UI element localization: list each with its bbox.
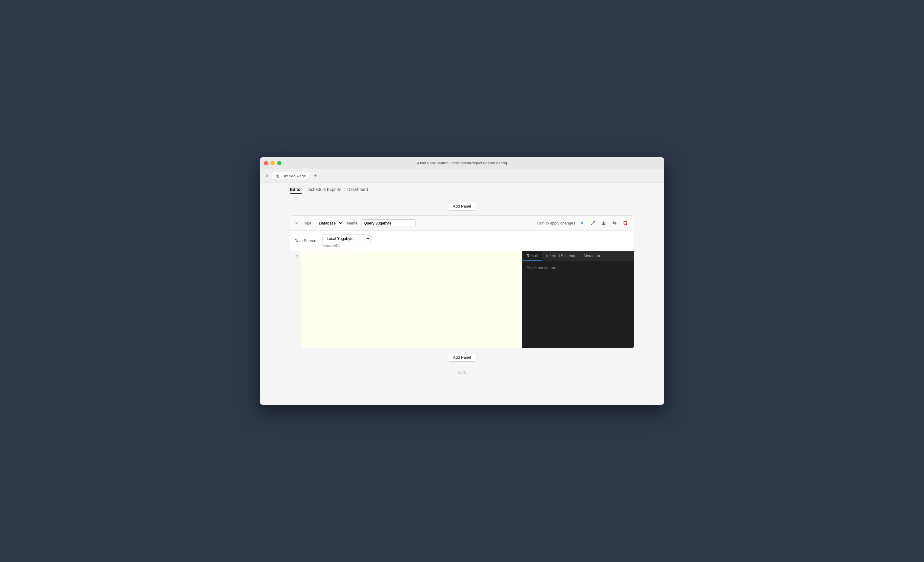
query-panel: Type Database Name ⋮ Run to apply change… [290,215,634,348]
add-tab-button[interactable]: + [311,171,320,180]
version-label: 0.7.0 [458,370,466,375]
expand-button[interactable] [588,219,597,227]
result-panel: Result Inferred Schema Metadata Panel no… [522,251,634,348]
datasource-row: Data Source Local Yugabyte YugabyteDB [290,231,634,251]
result-tab-result[interactable]: Result [522,251,542,261]
add-panel-top-button[interactable]: Add Panel [448,202,476,210]
type-label: Type [303,221,311,225]
code-input-area[interactable] [301,251,522,348]
panel-actions: Run to apply changes [537,219,630,227]
result-tab-metadata[interactable]: Metadata [579,251,604,261]
nav-dashboard[interactable]: Dashboard [347,186,368,194]
result-content: Panel not yet run. [522,261,634,348]
nav-editor[interactable]: Editor [290,186,302,194]
datasource-select[interactable]: Local Yugabyte [322,234,370,243]
datasource-select-wrap: Local Yugabyte YugabyteDB [322,234,370,247]
editor-content: Add Panel Type Database Name [260,197,664,405]
minimize-button[interactable] [270,161,275,165]
datasource-label: Data Source [294,238,319,243]
window-path: /Users/philipeaton/DataStationProjects/d… [417,161,507,165]
run-button[interactable] [578,219,586,227]
datasource-sub: YugabyteDB [322,243,370,247]
svg-marker-0 [580,221,584,225]
sidebar-toggle[interactable] [263,172,270,179]
window-controls [264,161,281,165]
titlebar: /Users/philipeaton/DataStationProjects/d… [260,157,664,169]
tab-trash-icon[interactable]: 🗑 [276,173,280,178]
line-number-1: 1 [292,254,298,258]
add-panel-bottom-button[interactable]: Add Panel [448,353,476,362]
main-content: 🗑 Untitled Page + Editor Schedule Export… [260,169,664,405]
code-editor-area: 1 [290,251,522,348]
run-label: Run to apply changes [537,221,575,225]
page-tab[interactable]: 🗑 Untitled Page [272,172,310,180]
panel-header: Type Database Name ⋮ Run to apply change… [290,216,634,231]
result-tabs: Result Inferred Schema Metadata [522,251,634,261]
panel-name-input[interactable] [361,219,416,227]
line-numbers: 1 [290,251,301,348]
nav-schedule-exports[interactable]: Schedule Exports [308,186,341,194]
tabbar: 🗑 Untitled Page + [260,169,664,183]
download-button[interactable] [599,219,608,227]
tab-label: Untitled Page [282,174,306,178]
panel-type-select[interactable]: Database [315,219,344,227]
delete-panel-button[interactable] [621,219,630,227]
editor-nav: Editor Schedule Exports Dashboard [260,183,664,197]
panel-body: Data Source Local Yugabyte YugabyteDB [290,231,634,348]
editor-area: 1 Result Inferred Schema Metadata [290,251,634,348]
name-label: Name [347,221,357,225]
maximize-button[interactable] [277,161,281,165]
hide-button[interactable] [610,219,619,227]
code-textarea[interactable] [301,251,361,342]
app-window: /Users/philipeaton/DataStationProjects/d… [260,157,664,405]
result-tab-inferred[interactable]: Inferred Schema [542,251,579,261]
panel-menu-button[interactable]: ⋮ [419,220,427,226]
footer: 0.7.0 [290,367,634,378]
panel-collapse-button[interactable] [294,221,299,225]
close-button[interactable] [264,161,268,165]
result-empty-message: Panel not yet run. [526,266,557,270]
